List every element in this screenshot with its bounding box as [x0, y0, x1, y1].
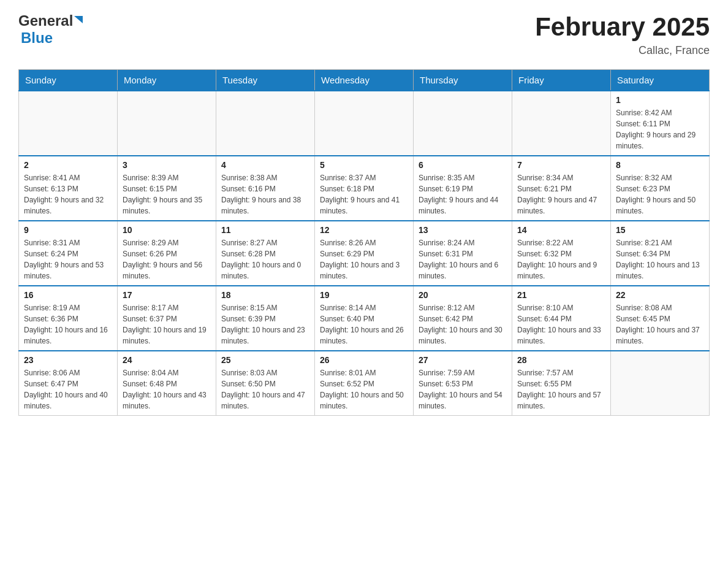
calendar-cell: 21Sunrise: 8:10 AM Sunset: 6:44 PM Dayli… — [512, 286, 611, 351]
location-label: Callac, France — [535, 44, 710, 57]
calendar-cell: 1Sunrise: 8:42 AM Sunset: 6:11 PM Daylig… — [611, 91, 710, 156]
title-section: February 2025 Callac, France — [535, 12, 710, 57]
day-info: Sunrise: 8:04 AM Sunset: 6:48 PM Dayligh… — [123, 367, 211, 412]
calendar-cell: 16Sunrise: 8:19 AM Sunset: 6:36 PM Dayli… — [19, 286, 118, 351]
day-info: Sunrise: 8:22 AM Sunset: 6:32 PM Dayligh… — [517, 237, 605, 282]
calendar-cell: 20Sunrise: 8:12 AM Sunset: 6:42 PM Dayli… — [414, 286, 512, 351]
weekday-header-saturday: Saturday — [611, 70, 710, 91]
weekday-header-tuesday: Tuesday — [216, 70, 315, 91]
calendar-cell — [216, 91, 315, 156]
day-number: 13 — [419, 225, 507, 235]
calendar-cell — [512, 91, 611, 156]
calendar-week-1: 1Sunrise: 8:42 AM Sunset: 6:11 PM Daylig… — [19, 91, 710, 156]
logo-text-blue: Blue — [21, 29, 53, 47]
calendar-cell: 7Sunrise: 8:34 AM Sunset: 6:21 PM Daylig… — [512, 156, 611, 221]
day-number: 10 — [123, 225, 211, 235]
day-number: 28 — [517, 355, 605, 365]
day-info: Sunrise: 8:32 AM Sunset: 6:23 PM Dayligh… — [616, 172, 704, 216]
day-number: 22 — [616, 290, 704, 300]
day-number: 27 — [419, 355, 507, 365]
calendar-cell: 15Sunrise: 8:21 AM Sunset: 6:34 PM Dayli… — [611, 221, 710, 286]
weekday-header-row: SundayMondayTuesdayWednesdayThursdayFrid… — [19, 70, 710, 91]
day-number: 7 — [517, 160, 605, 170]
day-info: Sunrise: 8:35 AM Sunset: 6:19 PM Dayligh… — [419, 172, 507, 216]
day-number: 19 — [320, 290, 408, 300]
calendar-table: SundayMondayTuesdayWednesdayThursdayFrid… — [18, 69, 710, 416]
day-number: 5 — [320, 160, 408, 170]
day-info: Sunrise: 8:37 AM Sunset: 6:18 PM Dayligh… — [320, 172, 408, 216]
weekday-header-thursday: Thursday — [414, 70, 512, 91]
day-info: Sunrise: 8:38 AM Sunset: 6:16 PM Dayligh… — [221, 172, 309, 216]
logo-arrow — [74, 16, 83, 23]
day-number: 23 — [24, 355, 112, 365]
calendar-cell: 11Sunrise: 8:27 AM Sunset: 6:28 PM Dayli… — [216, 221, 315, 286]
calendar-cell: 13Sunrise: 8:24 AM Sunset: 6:31 PM Dayli… — [414, 221, 512, 286]
calendar-cell: 25Sunrise: 8:03 AM Sunset: 6:50 PM Dayli… — [216, 351, 315, 416]
day-number: 4 — [221, 160, 309, 170]
day-info: Sunrise: 8:42 AM Sunset: 6:11 PM Dayligh… — [616, 107, 704, 151]
day-info: Sunrise: 8:34 AM Sunset: 6:21 PM Dayligh… — [517, 172, 605, 216]
weekday-header-monday: Monday — [118, 70, 216, 91]
calendar-cell: 5Sunrise: 8:37 AM Sunset: 6:18 PM Daylig… — [315, 156, 414, 221]
day-number: 18 — [221, 290, 309, 300]
calendar-cell: 17Sunrise: 8:17 AM Sunset: 6:37 PM Dayli… — [118, 286, 216, 351]
day-info: Sunrise: 8:03 AM Sunset: 6:50 PM Dayligh… — [221, 367, 309, 412]
calendar-week-4: 16Sunrise: 8:19 AM Sunset: 6:36 PM Dayli… — [19, 286, 710, 351]
day-info: Sunrise: 8:01 AM Sunset: 6:52 PM Dayligh… — [320, 367, 408, 412]
day-info: Sunrise: 8:17 AM Sunset: 6:37 PM Dayligh… — [123, 302, 211, 347]
day-info: Sunrise: 8:27 AM Sunset: 6:28 PM Dayligh… — [221, 237, 309, 282]
page-header: General Blue February 2025 Callac, Franc… — [18, 12, 710, 57]
calendar-cell: 2Sunrise: 8:41 AM Sunset: 6:13 PM Daylig… — [19, 156, 118, 221]
logo-text-black: General — [18, 12, 73, 29]
day-number: 12 — [320, 225, 408, 235]
day-number: 2 — [24, 160, 112, 170]
weekday-header-wednesday: Wednesday — [315, 70, 414, 91]
calendar-cell: 8Sunrise: 8:32 AM Sunset: 6:23 PM Daylig… — [611, 156, 710, 221]
calendar-cell: 14Sunrise: 8:22 AM Sunset: 6:32 PM Dayli… — [512, 221, 611, 286]
day-number: 1 — [616, 95, 704, 105]
calendar-cell: 19Sunrise: 8:14 AM Sunset: 6:40 PM Dayli… — [315, 286, 414, 351]
weekday-header-friday: Friday — [512, 70, 611, 91]
calendar-cell: 6Sunrise: 8:35 AM Sunset: 6:19 PM Daylig… — [414, 156, 512, 221]
day-number: 3 — [123, 160, 211, 170]
day-info: Sunrise: 8:12 AM Sunset: 6:42 PM Dayligh… — [419, 302, 507, 347]
day-info: Sunrise: 8:31 AM Sunset: 6:24 PM Dayligh… — [24, 237, 112, 282]
calendar-cell — [315, 91, 414, 156]
calendar-week-5: 23Sunrise: 8:06 AM Sunset: 6:47 PM Dayli… — [19, 351, 710, 416]
calendar-cell: 18Sunrise: 8:15 AM Sunset: 6:39 PM Dayli… — [216, 286, 315, 351]
day-info: Sunrise: 8:14 AM Sunset: 6:40 PM Dayligh… — [320, 302, 408, 347]
day-info: Sunrise: 8:15 AM Sunset: 6:39 PM Dayligh… — [221, 302, 309, 347]
day-info: Sunrise: 8:24 AM Sunset: 6:31 PM Dayligh… — [419, 237, 507, 282]
day-number: 25 — [221, 355, 309, 365]
calendar-cell — [19, 91, 118, 156]
day-info: Sunrise: 8:06 AM Sunset: 6:47 PM Dayligh… — [24, 367, 112, 412]
day-info: Sunrise: 7:59 AM Sunset: 6:53 PM Dayligh… — [419, 367, 507, 412]
calendar-cell: 22Sunrise: 8:08 AM Sunset: 6:45 PM Dayli… — [611, 286, 710, 351]
day-number: 15 — [616, 225, 704, 235]
calendar-cell: 10Sunrise: 8:29 AM Sunset: 6:26 PM Dayli… — [118, 221, 216, 286]
calendar-cell: 23Sunrise: 8:06 AM Sunset: 6:47 PM Dayli… — [19, 351, 118, 416]
weekday-header-sunday: Sunday — [19, 70, 118, 91]
calendar-cell — [118, 91, 216, 156]
day-info: Sunrise: 8:21 AM Sunset: 6:34 PM Dayligh… — [616, 237, 704, 282]
day-info: Sunrise: 8:29 AM Sunset: 6:26 PM Dayligh… — [123, 237, 211, 282]
day-number: 16 — [24, 290, 112, 300]
day-info: Sunrise: 8:19 AM Sunset: 6:36 PM Dayligh… — [24, 302, 112, 347]
day-number: 17 — [123, 290, 211, 300]
day-info: Sunrise: 8:26 AM Sunset: 6:29 PM Dayligh… — [320, 237, 408, 282]
calendar-cell: 9Sunrise: 8:31 AM Sunset: 6:24 PM Daylig… — [19, 221, 118, 286]
calendar-cell: 26Sunrise: 8:01 AM Sunset: 6:52 PM Dayli… — [315, 351, 414, 416]
day-number: 20 — [419, 290, 507, 300]
day-info: Sunrise: 8:08 AM Sunset: 6:45 PM Dayligh… — [616, 302, 704, 347]
day-number: 14 — [517, 225, 605, 235]
day-info: Sunrise: 8:39 AM Sunset: 6:15 PM Dayligh… — [123, 172, 211, 216]
day-number: 24 — [123, 355, 211, 365]
calendar-week-3: 9Sunrise: 8:31 AM Sunset: 6:24 PM Daylig… — [19, 221, 710, 286]
day-info: Sunrise: 8:41 AM Sunset: 6:13 PM Dayligh… — [24, 172, 112, 216]
day-info: Sunrise: 8:10 AM Sunset: 6:44 PM Dayligh… — [517, 302, 605, 347]
logo: General Blue — [18, 12, 83, 47]
calendar-cell: 4Sunrise: 8:38 AM Sunset: 6:16 PM Daylig… — [216, 156, 315, 221]
calendar-cell — [611, 351, 710, 416]
day-number: 21 — [517, 290, 605, 300]
calendar-cell: 3Sunrise: 8:39 AM Sunset: 6:15 PM Daylig… — [118, 156, 216, 221]
